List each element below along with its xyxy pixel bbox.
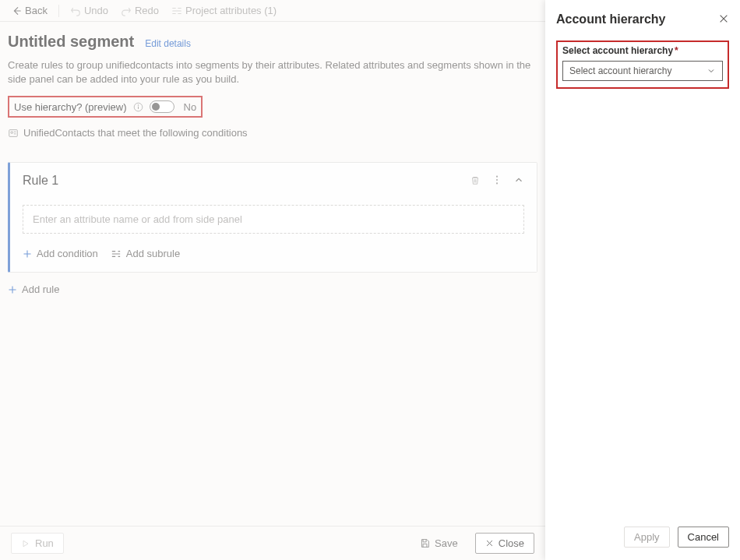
redo-label: Redo <box>135 5 159 16</box>
more-icon[interactable] <box>492 174 502 188</box>
conditions-text: UnifiedContacts that meet the following … <box>23 127 248 139</box>
undo-icon <box>70 5 81 16</box>
main-area: Back Undo Redo Project attributes (1) Un… <box>0 0 545 560</box>
use-hierarchy-toggle[interactable] <box>150 100 174 113</box>
description: Create rules to group unifiedcontacts in… <box>8 58 537 86</box>
account-hierarchy-panel: Account hierarchy Select account hierarc… <box>545 0 740 560</box>
panel-title: Account hierarchy <box>556 12 718 26</box>
footer-right: Save Close <box>411 533 534 554</box>
collapse-icon[interactable] <box>513 174 524 188</box>
svg-point-5 <box>496 179 498 181</box>
select-placeholder: Select account hierarchy <box>569 65 671 76</box>
add-subrule-label: Add subrule <box>126 248 180 259</box>
close-icon <box>718 13 729 24</box>
plus-icon <box>8 285 17 294</box>
svg-point-3 <box>11 132 13 134</box>
use-hierarchy-label: Use hierarchy? (preview) <box>14 101 127 113</box>
run-label: Run <box>35 537 54 549</box>
footer: Run Save Close <box>0 526 545 560</box>
rule-card: Rule 1 <box>8 162 537 273</box>
use-hierarchy-row: Use hierarchy? (preview) No <box>8 96 203 118</box>
add-condition-label: Add condition <box>37 248 98 259</box>
add-condition-button[interactable]: Add condition <box>23 248 98 259</box>
back-label: Back <box>25 5 48 16</box>
panel-close-button[interactable] <box>718 13 729 26</box>
close-icon <box>485 539 494 548</box>
attribute-input[interactable] <box>23 205 524 234</box>
rule-header: Rule 1 <box>23 174 524 188</box>
project-attributes-label: Project attributes (1) <box>185 5 277 16</box>
toggle-knob <box>152 103 160 111</box>
svg-rect-2 <box>9 130 18 137</box>
apply-button[interactable]: Apply <box>624 527 670 548</box>
svg-point-6 <box>496 182 498 184</box>
plus-icon <box>23 249 32 259</box>
rule-actions <box>470 174 524 188</box>
cancel-label: Cancel <box>688 531 719 543</box>
svg-point-1 <box>137 104 138 105</box>
chevron-down-icon <box>707 66 716 76</box>
back-button[interactable]: Back <box>6 3 52 18</box>
rule-title: Rule 1 <box>23 174 470 188</box>
save-button[interactable]: Save <box>411 533 467 554</box>
close-button[interactable]: Close <box>475 533 534 554</box>
save-icon <box>420 538 430 548</box>
field-label-text: Select account hierarchy <box>562 45 673 56</box>
project-attributes-icon <box>171 5 182 16</box>
play-icon <box>21 539 30 548</box>
subrule-icon <box>111 249 122 259</box>
required-indicator: * <box>675 45 678 56</box>
edit-details-link[interactable]: Edit details <box>145 38 191 49</box>
page-title: Untitled segment <box>8 33 134 51</box>
title-row: Untitled segment Edit details <box>8 33 537 51</box>
rule-buttons: Add condition Add subrule <box>23 248 524 259</box>
separator <box>58 5 59 17</box>
undo-label: Undo <box>84 5 108 16</box>
select-hierarchy-field: Select account hierarchy * Select accoun… <box>556 41 729 89</box>
info-icon[interactable] <box>133 102 143 112</box>
content: Untitled segment Edit details Create rul… <box>0 22 545 560</box>
save-label: Save <box>435 537 458 549</box>
toolbar: Back Undo Redo Project attributes (1) <box>0 0 545 22</box>
account-hierarchy-select[interactable]: Select account hierarchy <box>562 61 723 81</box>
field-label: Select account hierarchy * <box>562 45 723 56</box>
delete-icon[interactable] <box>470 174 481 188</box>
cancel-button[interactable]: Cancel <box>678 527 729 548</box>
project-attributes-button[interactable]: Project attributes (1) <box>167 3 281 18</box>
svg-point-4 <box>496 175 498 177</box>
add-subrule-button[interactable]: Add subrule <box>111 248 180 259</box>
redo-icon <box>121 5 132 16</box>
panel-header: Account hierarchy <box>556 12 729 26</box>
toggle-state: No <box>184 101 197 113</box>
add-rule-button[interactable]: Add rule <box>8 284 59 295</box>
panel-footer: Apply Cancel <box>556 527 729 548</box>
add-rule-label: Add rule <box>22 284 59 295</box>
apply-label: Apply <box>634 531 660 543</box>
close-label: Close <box>499 537 524 549</box>
contacts-icon <box>8 128 19 139</box>
conditions-row: UnifiedContacts that meet the following … <box>8 127 537 139</box>
redo-button[interactable]: Redo <box>116 3 164 18</box>
arrow-left-icon <box>11 5 22 16</box>
run-button[interactable]: Run <box>11 533 64 554</box>
undo-button[interactable]: Undo <box>65 3 113 18</box>
